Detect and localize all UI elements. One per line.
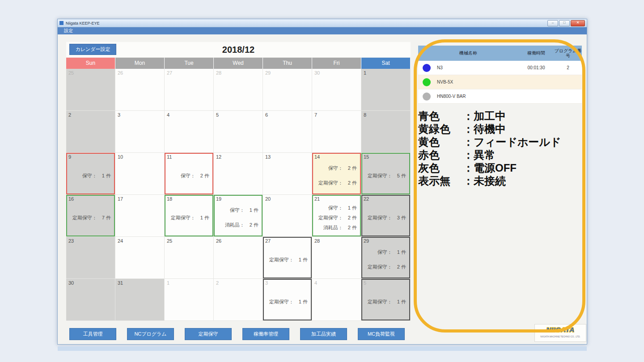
calendar-day-cell[interactable]: 4 xyxy=(165,111,214,153)
machine-row[interactable]: NVB-5X xyxy=(418,75,582,89)
calendar-day-cell[interactable]: 30 xyxy=(66,279,115,321)
maintenance-entry: 定期保守： 1 件 xyxy=(265,299,308,305)
calendar-day-cell[interactable]: 23 xyxy=(66,237,115,279)
calendar-day-cell[interactable]: 3 xyxy=(115,111,165,153)
calendar-day-cell[interactable]: 13 xyxy=(263,153,312,195)
calendar-settings-button[interactable]: カレンダー設定 xyxy=(69,44,116,55)
day-entries: 定期保守： 1 件 xyxy=(265,287,308,316)
day-number: 2 xyxy=(216,280,219,286)
day-number: 30 xyxy=(314,70,320,76)
machine-table-body: N300:01:302NVB-5XHN800-V BAR xyxy=(418,61,582,104)
calendar-day-cell[interactable]: 25 xyxy=(66,69,115,111)
calendar-day-cell[interactable]: 19保守： 1 件消耗品： 2 件 xyxy=(214,195,263,237)
menu-item-settings[interactable]: 設定 xyxy=(62,27,75,34)
machine-name: NVB-5X xyxy=(437,80,518,84)
calendar-day-cell[interactable]: 11保守： 2 件 xyxy=(165,153,214,195)
day-number: 28 xyxy=(216,70,221,76)
maintenance-entry: 保守： 1 件 xyxy=(216,207,258,214)
calendar-day-cell[interactable]: 27定期保守： 1 件 xyxy=(263,237,312,279)
calendar-day-cell[interactable]: 10 xyxy=(115,153,165,195)
calendar-day-cell[interactable]: 14保守： 2 件定期保守： 2 件 xyxy=(312,153,361,195)
calendar-day-cell[interactable]: 12 xyxy=(214,153,263,195)
title-bar: Niigata KEEP-EYE – □ ✕ xyxy=(58,19,587,27)
calendar-day-cell[interactable]: 4 xyxy=(312,279,361,321)
footer-button-MC負荷監視[interactable]: MC負荷監視 xyxy=(358,328,405,340)
day-entries: 保守： 1 件 xyxy=(68,161,111,190)
calendar-day-cell[interactable]: 30 xyxy=(312,69,361,111)
calendar-day-cell[interactable]: 29 xyxy=(263,69,312,111)
calendar-day-cell[interactable]: 1 xyxy=(165,279,214,321)
calendar-day-cell[interactable]: 9保守： 1 件 xyxy=(66,153,115,195)
maintenance-entry: 定期保守： 3 件 xyxy=(363,215,406,221)
calendar-day-cell[interactable]: 31 xyxy=(115,279,165,321)
footer-button-稼働率管理[interactable]: 稼働率管理 xyxy=(242,328,289,340)
calendar-day-cell[interactable]: 24 xyxy=(115,237,165,279)
app-icon xyxy=(59,21,64,25)
calendar-day-cell[interactable]: 29保守： 1 件定期保守： 2 件 xyxy=(361,237,411,279)
maximize-button[interactable]: □ xyxy=(559,20,570,26)
legend-color-label: 黄色 xyxy=(418,135,463,148)
day-header-sun: Sun xyxy=(66,58,115,69)
calendar-month-title: 2018/12 xyxy=(66,42,411,57)
day-number: 12 xyxy=(216,154,221,160)
calendar-day-cell[interactable]: 25 xyxy=(165,237,214,279)
legend-item: 赤色：異常 xyxy=(418,148,561,161)
calendar-day-cell[interactable]: 22定期保守： 3 件 xyxy=(361,195,411,237)
calendar-day-cell[interactable]: 6 xyxy=(263,111,312,153)
calendar-day-cell[interactable]: 1 xyxy=(361,69,411,111)
day-number: 3 xyxy=(265,280,268,286)
legend-meaning: ：待機中 xyxy=(463,123,506,135)
calendar-day-cell[interactable]: 15定期保守： 5 件 xyxy=(361,153,411,195)
window-title: Niigata KEEP-EYE xyxy=(66,21,547,25)
status-blue-dot xyxy=(423,64,431,72)
day-number: 30 xyxy=(68,280,74,286)
calendar-day-cell[interactable]: 26 xyxy=(115,69,165,111)
machine-row[interactable]: N300:01:302 xyxy=(418,61,582,75)
calendar-day-cell[interactable]: 17 xyxy=(115,195,165,237)
maintenance-entry: 定期保守： 1 件 xyxy=(166,215,209,221)
program-number: 2 xyxy=(554,65,582,70)
day-number: 7 xyxy=(314,112,317,118)
calendar-day-cell[interactable]: 21保守： 1 件定期保守： 2 件消耗品： 2 件 xyxy=(312,195,361,237)
maintenance-entry: 消耗品： 2 件 xyxy=(216,222,258,228)
legend-item: 表示無：未接続 xyxy=(418,174,561,187)
maintenance-entry: 消耗品： 2 件 xyxy=(314,224,357,231)
footer-button-定期保守[interactable]: 定期保守 xyxy=(185,328,232,340)
day-number: 8 xyxy=(364,112,366,118)
close-button[interactable]: ✕ xyxy=(571,20,585,26)
niigata-logo-text: NIIGATA xyxy=(535,324,586,335)
machine-row[interactable]: HN800-V BAR xyxy=(418,89,582,104)
calendar-day-cell[interactable]: 8 xyxy=(361,111,411,153)
day-number: 6 xyxy=(265,112,268,118)
calendar-day-cell[interactable]: 5定期保守： 1 件 xyxy=(361,279,411,321)
calendar-day-cell[interactable]: 3定期保守： 1 件 xyxy=(263,279,312,321)
calendar-day-cell[interactable]: 2 xyxy=(66,111,115,153)
footer-button-加工品実績[interactable]: 加工品実績 xyxy=(300,328,347,340)
column-header-operating-time: 稼働時間 xyxy=(518,50,554,56)
calendar-day-cell[interactable]: 26 xyxy=(214,237,263,279)
calendar-day-cell[interactable]: 7 xyxy=(312,111,361,153)
day-number: 26 xyxy=(216,238,221,244)
legend-meaning: ：異常 xyxy=(463,149,495,161)
footer-button-NCプログラム[interactable]: NCプログラム xyxy=(127,328,174,340)
day-number: 24 xyxy=(118,238,123,244)
maintenance-entry: 保守： 1 件 xyxy=(68,173,111,179)
calendar-day-cell[interactable]: 28 xyxy=(312,237,361,279)
calendar-day-cell[interactable]: 28 xyxy=(214,69,263,111)
day-entries: 保守： 2 件 xyxy=(166,161,209,190)
calendar-day-cell[interactable]: 16定期保守： 7 件 xyxy=(66,195,115,237)
maintenance-entry: 保守： 1 件 xyxy=(314,205,357,211)
calendar-day-cell[interactable]: 5 xyxy=(214,111,263,153)
day-entries: 定期保守： 5 件 xyxy=(363,161,406,190)
legend-item: 灰色：電源OFF xyxy=(418,161,561,174)
calendar-day-cell[interactable]: 18定期保守： 1 件 xyxy=(165,195,214,237)
calendar-day-cell[interactable]: 27 xyxy=(165,69,214,111)
status-gray-dot xyxy=(423,93,431,101)
footer-button-工具管理[interactable]: 工具管理 xyxy=(69,328,116,340)
calendar-day-cell[interactable]: 2 xyxy=(214,279,263,321)
calendar-day-cell[interactable]: 20 xyxy=(263,195,312,237)
legend-item: 黄色：フィードホールド xyxy=(418,135,561,148)
main-content: カレンダー設定 2018/12 SunMonTueWedThuFriSat 25… xyxy=(58,34,587,345)
day-header-thu: Thu xyxy=(263,58,312,69)
minimize-button[interactable]: – xyxy=(547,20,558,26)
